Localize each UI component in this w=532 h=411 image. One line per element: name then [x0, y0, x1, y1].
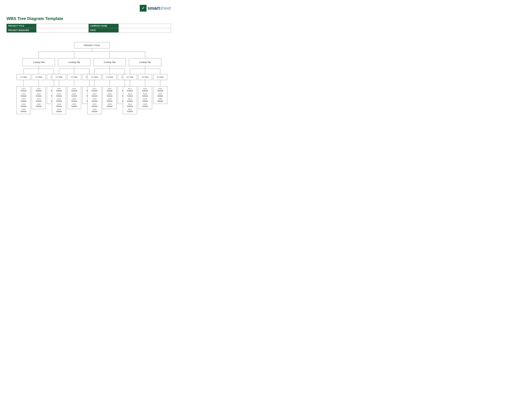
svg-text:PROJECT TITLE: PROJECT TITLE	[84, 44, 100, 47]
svg-text:Subtask: Subtask	[56, 105, 62, 107]
svg-text:Subtask: Subtask	[21, 100, 27, 102]
svg-text:Subtask: Subtask	[127, 105, 133, 107]
svg-text:2.1.1: 2.1.1	[57, 88, 61, 90]
svg-text:Subtask: Subtask	[21, 95, 27, 97]
svg-text:4.3.1: 4.3.1	[159, 88, 162, 90]
project-title-value[interactable]	[37, 24, 89, 28]
svg-text:1.1.2: 1.1.2	[22, 93, 26, 95]
svg-text:2.2.1: 2.2.1	[72, 88, 76, 90]
svg-text:Subtask: Subtask	[92, 105, 97, 107]
svg-text:4.2.3: 4.2.3	[143, 98, 147, 100]
svg-text:Subtask: Subtask	[71, 95, 77, 97]
svg-text:4.1.5: 4.1.5	[128, 108, 132, 110]
svg-text:3.2.2: 3.2.2	[108, 93, 112, 95]
svg-text:1.2 Task: 1.2 Task	[36, 76, 42, 78]
svg-text:Subtask: Subtask	[36, 105, 42, 107]
svg-text:4.1 Task: 4.1 Task	[127, 76, 133, 78]
svg-text:3.2 Task: 3.2 Task	[106, 76, 113, 78]
svg-text:2.1.2: 2.1.2	[57, 93, 61, 95]
svg-text:Subtask: Subtask	[36, 90, 42, 92]
svg-text:4.1.3: 4.1.3	[128, 98, 132, 100]
svg-text:2.2.3: 2.2.3	[72, 98, 76, 100]
svg-text:Subtask: Subtask	[36, 95, 42, 97]
project-manager-value[interactable]	[37, 28, 89, 33]
project-title-label: PROJECT TITLE	[7, 24, 37, 28]
svg-text:Subtask: Subtask	[71, 105, 77, 107]
svg-text:4.1.1: 4.1.1	[128, 88, 132, 90]
svg-text:1.1.1: 1.1.1	[22, 88, 26, 90]
svg-text:Subtask: Subtask	[127, 111, 133, 112]
logo-smart: smart	[148, 6, 160, 11]
svg-text:4.3.2: 4.3.2	[159, 93, 162, 95]
svg-text:Subtask: Subtask	[142, 105, 148, 107]
svg-text:Subtask: Subtask	[56, 111, 62, 112]
wbs-diagram: PROJECT TITLE1 Activity Title1.1 Task1.1…	[6, 37, 171, 117]
svg-text:Subtask: Subtask	[92, 90, 97, 92]
svg-text:Subtask: Subtask	[127, 90, 133, 92]
svg-text:Subtask: Subtask	[92, 100, 97, 102]
header: WBS Tree Diagram Template ✓ smartsheet	[6, 5, 171, 21]
svg-text:3.2.3: 3.2.3	[108, 98, 112, 100]
svg-text:4.3.3: 4.3.3	[159, 98, 162, 100]
svg-text:4.2 Task: 4.2 Task	[142, 76, 149, 78]
svg-text:4.1.2: 4.1.2	[128, 93, 132, 95]
svg-text:1.2.2: 1.2.2	[37, 93, 41, 95]
svg-text:4 Activity Title: 4 Activity Title	[139, 61, 151, 64]
svg-text:Subtask: Subtask	[157, 100, 163, 102]
svg-text:Subtask: Subtask	[142, 95, 148, 97]
svg-text:Subtask: Subtask	[157, 90, 163, 92]
svg-text:3.1.3: 3.1.3	[93, 98, 96, 100]
svg-text:3.2.4: 3.2.4	[108, 103, 112, 105]
logo: ✓ smartsheet	[140, 5, 171, 12]
svg-text:2.2.4: 2.2.4	[72, 103, 76, 105]
svg-text:1.1.5: 1.1.5	[22, 108, 26, 110]
svg-text:Subtask: Subtask	[107, 90, 113, 92]
svg-text:1.1.3: 1.1.3	[22, 98, 26, 100]
date-value[interactable]	[118, 28, 171, 33]
svg-text:Subtask: Subtask	[36, 100, 42, 102]
date-label: DATE	[89, 28, 118, 33]
svg-text:Subtask: Subtask	[56, 90, 62, 92]
svg-text:1.2.4: 1.2.4	[37, 103, 41, 105]
svg-text:Subtask: Subtask	[21, 111, 27, 112]
svg-text:Subtask: Subtask	[157, 95, 163, 97]
svg-text:2.1.4: 2.1.4	[57, 103, 61, 105]
svg-text:3.1.4: 3.1.4	[93, 103, 96, 105]
svg-text:Subtask: Subtask	[71, 100, 77, 102]
info-table: PROJECT TITLE COMPANY NAME PROJECT MANAG…	[6, 24, 171, 33]
svg-text:Subtask: Subtask	[56, 95, 62, 97]
svg-text:Subtask: Subtask	[92, 95, 97, 97]
svg-text:2 Activity Title: 2 Activity Title	[68, 61, 80, 64]
svg-text:2.2 Task: 2.2 Task	[71, 76, 77, 78]
company-name-value[interactable]	[118, 24, 171, 28]
page-title-area: WBS Tree Diagram Template	[6, 5, 63, 21]
svg-text:4.2.4: 4.2.4	[143, 103, 147, 105]
svg-text:3.1.1: 3.1.1	[93, 88, 96, 90]
svg-text:3.1.5: 3.1.5	[93, 108, 96, 110]
svg-text:3.2.1: 3.2.1	[108, 88, 112, 90]
svg-text:1.2.1: 1.2.1	[37, 88, 41, 90]
svg-text:4.2.2: 4.2.2	[143, 93, 147, 95]
page-title: WBS Tree Diagram Template	[6, 16, 63, 21]
svg-text:3.1.2: 3.1.2	[93, 93, 96, 95]
svg-text:Subtask: Subtask	[107, 100, 113, 102]
svg-text:2.1.3: 2.1.3	[57, 98, 61, 100]
svg-text:2.1.5: 2.1.5	[57, 108, 61, 110]
svg-text:Subtask: Subtask	[127, 95, 133, 97]
svg-text:2.1 Task: 2.1 Task	[56, 76, 62, 78]
svg-text:Subtask: Subtask	[21, 90, 27, 92]
svg-text:Subtask: Subtask	[142, 100, 148, 102]
svg-text:Subtask: Subtask	[21, 105, 27, 107]
svg-text:Subtask: Subtask	[142, 90, 148, 92]
svg-text:4.2.1: 4.2.1	[143, 88, 147, 90]
svg-text:4.1.4: 4.1.4	[128, 103, 132, 105]
svg-text:Subtask: Subtask	[107, 95, 113, 97]
wbs-tree: PROJECT TITLE1 Activity Title1.1 Task1.1…	[6, 37, 171, 118]
svg-text:3 Activity Title: 3 Activity Title	[104, 61, 116, 64]
svg-text:Subtask: Subtask	[107, 105, 113, 107]
svg-text:Subtask: Subtask	[56, 100, 62, 102]
svg-text:Subtask: Subtask	[71, 90, 77, 92]
company-name-label: COMPANY NAME	[89, 24, 118, 28]
logo-sheet: sheet	[160, 6, 171, 11]
svg-text:3.1 Task: 3.1 Task	[91, 76, 98, 78]
